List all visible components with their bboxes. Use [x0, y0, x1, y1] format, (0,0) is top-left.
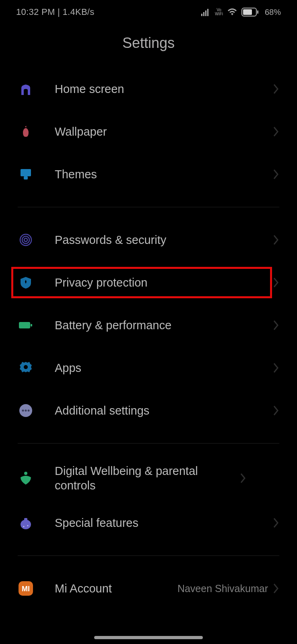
more-icon: [18, 402, 34, 419]
chevron-right-icon: [273, 169, 279, 180]
row-label: Themes: [55, 167, 273, 182]
svg-point-18: [28, 410, 30, 412]
mi-logo-icon: MI: [18, 580, 34, 597]
settings-row-additional[interactable]: Additional settings: [0, 389, 297, 432]
wifi-icon: [227, 8, 237, 16]
fingerprint-icon: [18, 232, 34, 248]
svg-point-23: [27, 525, 29, 526]
svg-point-17: [25, 410, 27, 412]
status-bar: 10:32 PM | 1.4KB/s Vo WiFi 68%: [0, 0, 297, 24]
chevron-right-icon: [273, 362, 279, 374]
gear-icon: [18, 360, 34, 376]
svg-rect-5: [243, 9, 252, 15]
row-label: Additional settings: [55, 403, 273, 418]
row-label: Wallpaper: [55, 124, 273, 139]
settings-row-wallpaper[interactable]: Wallpaper: [0, 110, 297, 153]
page-title: Settings: [0, 24, 297, 68]
svg-rect-21: [24, 518, 27, 520]
battery-icon: [241, 8, 259, 17]
row-label: Battery & performance: [55, 318, 273, 332]
status-right: Vo WiFi 68%: [201, 8, 281, 17]
svg-rect-2: [205, 10, 206, 16]
chevron-right-icon: [273, 277, 279, 288]
svg-rect-7: [21, 169, 31, 176]
divider: [18, 443, 279, 444]
row-value: Naveen Shivakumar: [177, 583, 268, 594]
chevron-right-icon: [273, 320, 279, 331]
battery-icon: [18, 317, 34, 333]
chevron-right-icon: [273, 517, 279, 528]
chevron-right-icon: [273, 234, 279, 246]
settings-row-themes[interactable]: Themes: [0, 153, 297, 196]
status-left: 10:32 PM | 1.4KB/s: [16, 7, 95, 17]
vowifi-icon: Vo WiFi: [215, 8, 223, 16]
svg-point-14: [24, 365, 28, 369]
row-label: Passwords & security: [55, 233, 273, 247]
svg-text:MI: MI: [22, 585, 30, 593]
row-label: Home screen: [55, 82, 273, 96]
svg-point-10: [22, 236, 29, 244]
chevron-right-icon: [273, 126, 279, 137]
wellbeing-icon: [18, 470, 34, 486]
settings-row-home-screen[interactable]: Home screen: [0, 68, 297, 110]
settings-row-wellbeing[interactable]: Digital Wellbeing & parental controls: [0, 455, 297, 502]
svg-rect-6: [257, 10, 258, 14]
svg-rect-12: [19, 322, 30, 328]
svg-rect-8: [24, 176, 28, 180]
chevron-right-icon: [240, 473, 246, 484]
svg-point-19: [24, 472, 27, 475]
svg-point-16: [22, 410, 24, 412]
svg-rect-1: [203, 12, 204, 16]
themes-icon: [18, 166, 34, 182]
divider: [18, 555, 279, 556]
divider: [18, 207, 279, 207]
row-label: Special features: [55, 516, 273, 530]
row-label: Digital Wellbeing & parental controls: [55, 464, 240, 493]
row-label: Privacy protection: [55, 275, 273, 290]
svg-point-11: [24, 238, 27, 242]
settings-row-battery[interactable]: Battery & performance: [0, 304, 297, 347]
home-icon: [18, 81, 34, 97]
svg-rect-3: [207, 9, 208, 16]
settings-row-privacy[interactable]: Privacy protection: [0, 261, 297, 304]
settings-list: Home screen Wallpaper Themes Passwords &…: [0, 68, 297, 610]
settings-row-special[interactable]: Special features: [0, 502, 297, 544]
battery-percent: 68%: [265, 8, 281, 17]
shield-icon: [18, 275, 34, 291]
status-netspeed: 1.4KB/s: [62, 7, 94, 17]
row-label: Mi Account: [55, 581, 177, 596]
svg-point-20: [21, 520, 31, 529]
special-icon: [18, 515, 34, 531]
cellular-signal-icon: [201, 8, 211, 16]
settings-row-passwords[interactable]: Passwords & security: [0, 219, 297, 261]
status-time: 10:32 PM: [16, 7, 55, 17]
chevron-right-icon: [273, 583, 279, 594]
svg-rect-13: [31, 324, 32, 326]
chevron-right-icon: [273, 405, 279, 416]
gesture-bar[interactable]: [94, 636, 203, 639]
row-label: Apps: [55, 361, 273, 375]
svg-rect-0: [201, 14, 202, 16]
svg-point-22: [23, 526, 25, 527]
chevron-right-icon: [273, 83, 279, 95]
wallpaper-icon: [18, 124, 34, 140]
settings-row-mi-account[interactable]: MI Mi Account Naveen Shivakumar: [0, 567, 297, 610]
settings-row-apps[interactable]: Apps: [0, 347, 297, 389]
